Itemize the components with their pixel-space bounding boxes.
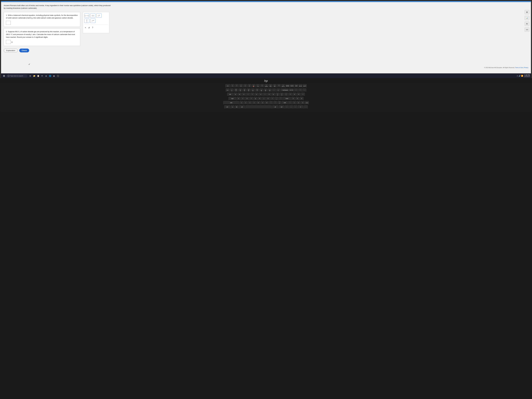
key-numdot[interactable]: . bbox=[304, 105, 308, 109]
taskbar-app-5[interactable]: ◈ bbox=[44, 74, 48, 78]
box-button[interactable]: □□ bbox=[90, 13, 95, 18]
key-9[interactable]: (9 bbox=[264, 89, 267, 92]
undo-button[interactable]: ↺ bbox=[88, 26, 90, 29]
taskbar-app-4[interactable]: ✉ bbox=[40, 74, 44, 78]
key-num0[interactable]: 0 bbox=[298, 105, 304, 109]
key-alt-l[interactable]: alt bbox=[239, 105, 245, 109]
key-e[interactable]: e bbox=[242, 93, 246, 96]
key-f8[interactable]: f8+ bbox=[260, 84, 264, 88]
key-y[interactable]: y bbox=[255, 93, 258, 96]
key-n[interactable]: n bbox=[261, 101, 264, 105]
key-f9[interactable]: f9|◄◄ bbox=[264, 84, 268, 88]
chart-icon-button[interactable]: 📊 bbox=[525, 16, 529, 20]
taskbar-app-3[interactable]: 📋 bbox=[36, 74, 40, 78]
taskbar-search[interactable]: Type here to search bbox=[6, 74, 27, 77]
key-6[interactable]: ^6 bbox=[251, 89, 255, 92]
explanation-button[interactable]: Explanation bbox=[4, 49, 18, 52]
key-d[interactable]: d bbox=[245, 97, 249, 101]
key-fn[interactable]: fn bbox=[231, 105, 234, 109]
privacy-link[interactable]: Privacy bbox=[524, 67, 528, 68]
key-ctrl-r[interactable]: ctrl bbox=[279, 105, 285, 109]
key-x[interactable]: x bbox=[244, 101, 247, 105]
key-f5[interactable]: f5≡ bbox=[247, 84, 251, 88]
key-z[interactable]: z bbox=[240, 101, 243, 105]
key-numlock[interactable]: num lock bbox=[289, 89, 294, 92]
key-minus[interactable]: _- bbox=[272, 89, 276, 92]
key-num5[interactable]: 5 bbox=[296, 97, 299, 101]
key-w[interactable]: w bbox=[238, 93, 241, 96]
table-icon-button[interactable]: ⊡⊡ bbox=[525, 27, 529, 32]
key-f2[interactable]: f2* bbox=[235, 84, 239, 88]
terms-link[interactable]: Terms of Use bbox=[515, 67, 523, 68]
key-period[interactable]: >. bbox=[273, 101, 277, 105]
key-p[interactable]: p bbox=[272, 93, 275, 96]
key-down[interactable]: ↓ bbox=[289, 105, 293, 109]
key-o[interactable]: o bbox=[267, 93, 271, 96]
key-backspace[interactable]: ← backspace bbox=[281, 89, 289, 92]
key-f4[interactable]: f4□ bbox=[243, 84, 247, 88]
key-b[interactable]: b bbox=[256, 101, 260, 105]
fraction-button[interactable]: □□ bbox=[84, 19, 89, 23]
key-u[interactable]: u bbox=[259, 93, 263, 96]
key-num6[interactable]: 6 bbox=[300, 97, 304, 101]
key-numplus[interactable]: + bbox=[301, 93, 305, 96]
key-home[interactable]: home bbox=[290, 84, 294, 88]
key-4[interactable]: $4 bbox=[243, 89, 246, 92]
key-f7[interactable]: f7◄ bbox=[256, 84, 260, 88]
key-tab[interactable]: tab bbox=[227, 93, 233, 96]
key-numminus[interactable]: - bbox=[303, 89, 306, 92]
key-f[interactable]: f bbox=[249, 97, 253, 101]
key-t[interactable]: t bbox=[250, 93, 254, 96]
question-1-input[interactable] bbox=[6, 21, 11, 25]
key-lbracket[interactable]: {[ bbox=[276, 93, 279, 96]
key-prtsc[interactable]: insprt sc bbox=[281, 84, 285, 88]
key-alt-r[interactable]: alt bbox=[272, 105, 278, 109]
key-num2[interactable]: 2 bbox=[297, 101, 300, 105]
key-8[interactable]: *8 bbox=[260, 89, 263, 92]
key-f1[interactable]: f1? bbox=[231, 84, 234, 88]
multiply-button[interactable]: × bbox=[84, 26, 87, 29]
key-a[interactable]: a bbox=[237, 97, 241, 101]
key-l[interactable]: l bbox=[271, 97, 274, 101]
key-quote[interactable]: "' bbox=[279, 97, 283, 101]
key-semicolon[interactable]: :; bbox=[275, 97, 279, 101]
key-win[interactable]: ⊞ bbox=[235, 105, 239, 109]
start-button[interactable]: ⊞ bbox=[2, 74, 6, 78]
key-pgup[interactable]: pg up bbox=[299, 84, 302, 88]
key-s[interactable]: s bbox=[241, 97, 245, 101]
key-v[interactable]: v bbox=[252, 101, 256, 105]
box-degree-button[interactable]: □° bbox=[96, 13, 101, 18]
key-enter[interactable]: enter bbox=[283, 97, 291, 101]
question-2-input[interactable] bbox=[6, 40, 11, 44]
key-right[interactable]: → bbox=[293, 105, 297, 109]
sci-notation-button[interactable]: □x10 bbox=[90, 19, 95, 23]
key-ctrl-l[interactable]: ctrl bbox=[224, 105, 230, 109]
key-numstar[interactable]: * bbox=[298, 89, 302, 92]
taskbar-app-1[interactable]: ⊞ bbox=[29, 74, 32, 78]
key-pgdn[interactable]: pg dn bbox=[303, 84, 307, 88]
key-comma[interactable]: <, bbox=[269, 101, 273, 105]
key-f3[interactable]: f3✕ bbox=[239, 84, 243, 88]
key-enter-r[interactable]: enter bbox=[305, 101, 309, 105]
key-caps[interactable]: caps bbox=[228, 97, 236, 101]
taskbar-app-7[interactable]: ◉ bbox=[52, 74, 56, 78]
key-equals[interactable]: += bbox=[276, 89, 280, 92]
key-f6[interactable]: f6🔇 bbox=[252, 84, 255, 88]
key-f10[interactable]: f10►|| bbox=[269, 84, 272, 88]
key-3[interactable]: #3 bbox=[238, 89, 242, 92]
taskbar-app-6[interactable]: 🌐 bbox=[48, 74, 52, 78]
key-esc2[interactable]: esc bbox=[226, 89, 229, 92]
key-num4[interactable]: 4 bbox=[291, 97, 295, 101]
arrow-button[interactable]: □→□ bbox=[84, 13, 89, 18]
key-c[interactable]: c bbox=[248, 101, 252, 105]
key-num7[interactable]: 7 bbox=[288, 93, 292, 96]
key-k[interactable]: k bbox=[266, 97, 270, 101]
key-r[interactable]: r bbox=[246, 93, 250, 96]
key-h[interactable]: h bbox=[258, 97, 261, 101]
key-f11[interactable]: f11►| bbox=[273, 84, 277, 88]
key-q[interactable]: q bbox=[234, 93, 237, 96]
taskbar-app-8[interactable]: ⬛ bbox=[56, 74, 60, 78]
key-1[interactable]: !1 bbox=[230, 89, 234, 92]
periodic-icon-button[interactable]: Ar bbox=[525, 22, 529, 26]
taskbar-clock[interactable]: 6:48 PM 12/5/2019 bbox=[524, 74, 530, 77]
